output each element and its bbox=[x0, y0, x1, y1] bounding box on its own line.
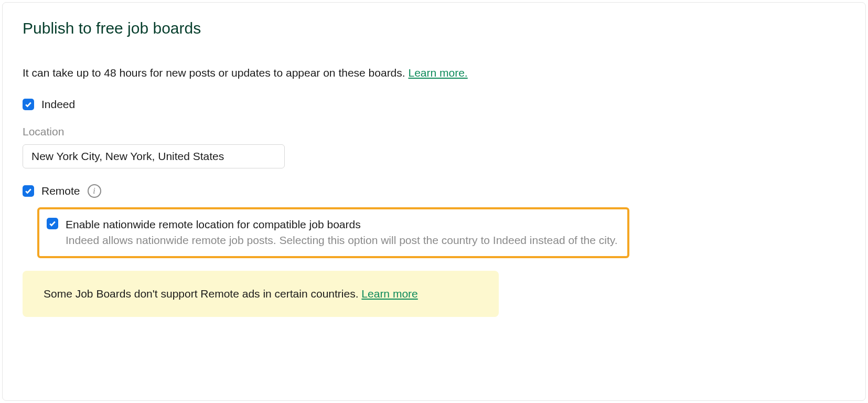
intro-text-row: It can take up to 48 hours for new posts… bbox=[23, 67, 845, 79]
publish-panel: Publish to free job boards It can take u… bbox=[2, 2, 866, 401]
note-text: Some Job Boards don't support Remote ads… bbox=[44, 288, 361, 300]
location-input[interactable] bbox=[23, 144, 285, 168]
check-icon bbox=[49, 220, 56, 227]
nationwide-highlight-box: Enable nationwide remote location for co… bbox=[37, 207, 629, 258]
check-icon bbox=[25, 187, 32, 195]
panel-title: Publish to free job boards bbox=[23, 19, 845, 37]
indeed-checkbox[interactable] bbox=[23, 99, 34, 110]
check-icon bbox=[25, 101, 32, 108]
remote-support-note: Some Job Boards don't support Remote ads… bbox=[23, 271, 499, 317]
info-icon[interactable]: i bbox=[88, 184, 101, 198]
indeed-row: Indeed bbox=[23, 98, 845, 111]
intro-learn-more-link[interactable]: Learn more. bbox=[408, 67, 467, 79]
indeed-label: Indeed bbox=[41, 98, 75, 111]
remote-label: Remote bbox=[41, 185, 80, 197]
remote-checkbox[interactable] bbox=[23, 185, 34, 197]
note-learn-more-link[interactable]: Learn more bbox=[361, 288, 417, 300]
nationwide-label: Enable nationwide remote location for co… bbox=[66, 217, 618, 232]
nationwide-checkbox[interactable] bbox=[47, 218, 58, 229]
intro-text: It can take up to 48 hours for new posts… bbox=[23, 67, 408, 79]
location-label: Location bbox=[23, 125, 845, 138]
remote-row: Remote i bbox=[23, 184, 845, 198]
nationwide-description: Indeed allows nationwide remote job post… bbox=[66, 232, 618, 248]
